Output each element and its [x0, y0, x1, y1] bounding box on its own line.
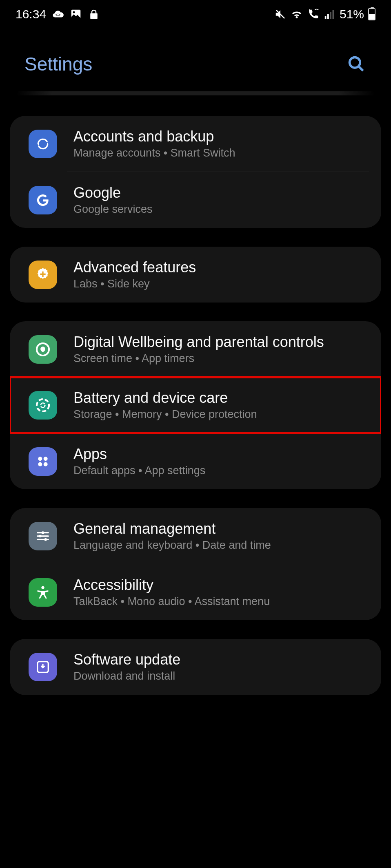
general-management-item[interactable]: General management Language and keyboard… [10, 508, 381, 564]
item-title: Software update [73, 651, 369, 668]
svg-text:<>: <> [56, 12, 61, 17]
status-right: 51% [274, 7, 375, 21]
search-icon [347, 55, 365, 73]
svg-rect-4 [325, 16, 327, 19]
svg-point-8 [350, 57, 360, 68]
signal-icon [323, 8, 335, 20]
divider [67, 695, 369, 695]
battery-percent: 51% [340, 7, 364, 21]
item-title: Google [73, 184, 369, 201]
update-icon [29, 653, 57, 681]
status-left: 16:34 <> [16, 7, 100, 21]
advanced-features-item[interactable]: Advanced features Labs • Side key [10, 247, 381, 303]
svg-point-18 [44, 538, 47, 541]
svg-rect-6 [330, 12, 331, 19]
svg-point-13 [44, 457, 48, 461]
lock-icon [88, 8, 100, 20]
item-subtitle: Labs • Side key [73, 278, 369, 290]
settings-group: General management Language and keyboard… [10, 508, 381, 620]
wellbeing-icon [29, 335, 57, 364]
digital-wellbeing-item[interactable]: Digital Wellbeing and parental controls … [10, 321, 381, 377]
battery-device-care-item[interactable]: Battery and device care Storage • Memory… [10, 377, 381, 433]
header: Settings [0, 29, 391, 91]
svg-rect-7 [332, 10, 334, 19]
item-title: General management [73, 520, 369, 537]
svg-point-2 [73, 11, 75, 13]
item-title: Accessibility [73, 576, 369, 594]
svg-point-14 [38, 462, 42, 466]
svg-point-16 [42, 531, 44, 534]
svg-point-19 [41, 586, 44, 589]
item-subtitle: Storage • Memory • Device protection [73, 408, 369, 421]
item-subtitle: Language and keyboard • Date and time [73, 539, 369, 552]
accessibility-item[interactable]: Accessibility TalkBack • Mono audio • As… [10, 564, 381, 620]
scroll-thumb [16, 91, 375, 95]
wifi-calling-icon [307, 8, 319, 20]
image-icon [70, 8, 82, 20]
item-title: Apps [73, 446, 369, 463]
svg-point-12 [38, 457, 42, 461]
accessibility-icon [29, 578, 57, 607]
mute-icon [274, 8, 287, 20]
item-title: Advanced features [73, 259, 369, 276]
settings-group: Digital Wellbeing and parental controls … [10, 321, 381, 489]
svg-point-15 [44, 462, 48, 466]
item-subtitle: Default apps • App settings [73, 464, 369, 477]
item-subtitle: Google services [73, 203, 369, 216]
settings-group: Advanced features Labs • Side key [10, 247, 381, 303]
clock: 16:34 [16, 7, 46, 21]
battery-icon [368, 8, 375, 20]
svg-rect-5 [327, 14, 329, 19]
item-title: Battery and device care [73, 389, 369, 406]
page-title: Settings [24, 53, 92, 75]
item-title: Digital Wellbeing and parental controls [73, 334, 369, 351]
google-icon [29, 186, 57, 214]
accounts-and-backup-item[interactable]: Accounts and backup Manage accounts • Sm… [10, 116, 381, 172]
svg-point-11 [37, 399, 49, 411]
software-update-item[interactable]: Software update Download and install [10, 639, 381, 695]
sliders-icon [29, 522, 57, 550]
item-subtitle: Download and install [73, 670, 369, 682]
apps-icon [29, 447, 57, 476]
cloud-icon: <> [52, 8, 64, 20]
advanced-icon [29, 261, 57, 289]
svg-line-9 [359, 66, 363, 71]
status-bar: 16:34 <> 51% [0, 0, 391, 29]
item-subtitle: Manage accounts • Smart Switch [73, 147, 369, 159]
wifi-icon [291, 8, 303, 20]
item-subtitle: Screen time • App timers [73, 352, 369, 365]
settings-group: Software update Download and install [10, 639, 381, 695]
google-item[interactable]: Google Google services [10, 172, 381, 228]
search-button[interactable] [346, 54, 367, 74]
sync-icon [29, 130, 57, 158]
device-care-icon [29, 391, 57, 420]
item-subtitle: TalkBack • Mono audio • Assistant menu [73, 595, 369, 608]
item-title: Accounts and backup [73, 128, 369, 145]
apps-item[interactable]: Apps Default apps • App settings [10, 433, 381, 489]
svg-point-17 [39, 534, 42, 537]
settings-group: Accounts and backup Manage accounts • Sm… [10, 116, 381, 228]
